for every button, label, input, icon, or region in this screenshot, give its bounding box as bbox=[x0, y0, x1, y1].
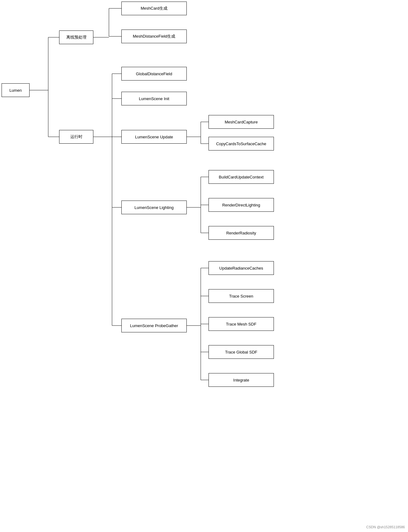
lumenlighting-node: LumenScene Lighting bbox=[121, 201, 187, 214]
lumen-node: Lumen bbox=[2, 83, 30, 97]
renderradio-node: RenderRadiosity bbox=[209, 226, 274, 240]
connector-lines bbox=[0, 0, 408, 532]
watermark: CSDN @sh15285118586 bbox=[366, 525, 405, 529]
diagram-container: Lumen 离线预处理 运行时 MeshCard生成 MeshDistanceF… bbox=[0, 0, 408, 532]
copycards-node: CopyCardsToSurfaceCache bbox=[209, 137, 274, 150]
integrate-node: Integrate bbox=[209, 373, 274, 387]
meshcard-node: MeshCard生成 bbox=[121, 2, 187, 15]
lumenprobe-node: LumenScene ProbeGather bbox=[121, 319, 187, 332]
traceglobal-node: Trace Global SDF bbox=[209, 345, 274, 359]
tracemesh-node: Trace Mesh SDF bbox=[209, 317, 274, 331]
lumenupdate-node: LumenScene Update bbox=[121, 130, 187, 144]
buildcard-node: BuildCardUpdateContext bbox=[209, 170, 274, 184]
globaldf-node: GlobalDistanceField bbox=[121, 67, 187, 81]
renderdirect-node: RenderDirectLighting bbox=[209, 198, 274, 212]
offline-node: 离线预处理 bbox=[59, 30, 93, 44]
lumeninit-node: LumenScene Init bbox=[121, 92, 187, 105]
meshcardcap-node: MeshCardCapture bbox=[209, 115, 274, 129]
runtime-node: 运行时 bbox=[59, 130, 93, 144]
meshdist-node: MeshDistanceField生成 bbox=[121, 30, 187, 43]
tracescreen-node: Trace Screen bbox=[209, 289, 274, 303]
updaterad-node: UpdateRadianceCaches bbox=[209, 261, 274, 275]
